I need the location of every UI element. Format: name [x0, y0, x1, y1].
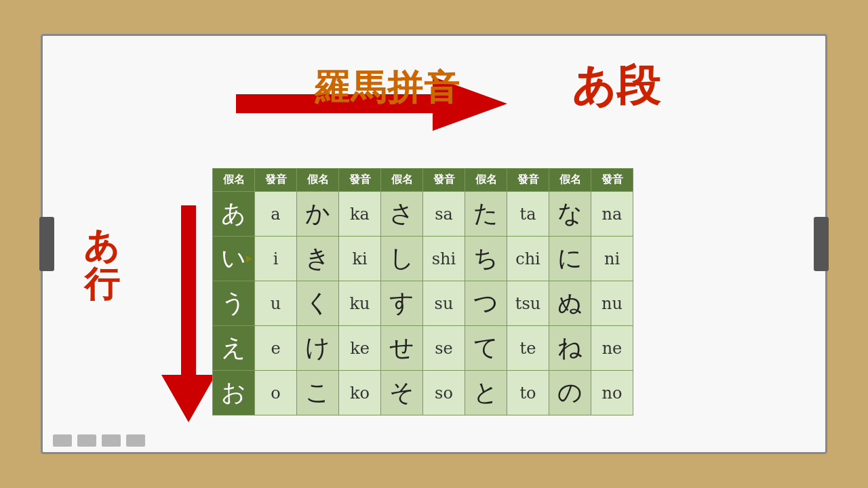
row-3-col-0-kana: け — [297, 326, 339, 371]
row-1-col-3-romaji: ni — [591, 237, 633, 281]
row-1-col-3-kana: に — [549, 237, 591, 281]
row-2-col-3-romaji: nu — [591, 281, 633, 326]
row-1-main-romaji: i — [255, 237, 297, 281]
row-4-col-0-romaji: ko — [339, 371, 381, 415]
row-3-col-1-romaji: se — [423, 326, 465, 371]
row-4-main-kana: お — [213, 371, 255, 415]
right-handle — [814, 217, 829, 271]
row-3-col-1-kana: せ — [381, 326, 423, 371]
row-0-col-2-romaji: ta — [507, 192, 549, 237]
row-1-col-2-romaji: chi — [507, 237, 549, 281]
row-0-col-1-kana: さ — [381, 192, 423, 237]
col-header-romaji-2: 發音 — [423, 169, 465, 192]
row-1-col-1-romaji: shi — [423, 237, 465, 281]
whiteboard: 羅馬拼音 あ段 あ 行 假名 發音 假名 發音 — [41, 34, 827, 454]
row-0-main-romaji: a — [255, 192, 297, 237]
row-0-col-0-romaji: ka — [339, 192, 381, 237]
col-header-romaji-1: 發音 — [339, 169, 381, 192]
row-2-main-romaji: u — [255, 281, 297, 326]
row-0-col-1-romaji: sa — [423, 192, 465, 237]
row-4-col-1-kana: そ — [381, 371, 423, 415]
row-2-col-2-kana: つ — [465, 281, 507, 326]
row-4-main-romaji: o — [255, 371, 297, 415]
row-0-col-2-kana: た — [465, 192, 507, 237]
row-4-col-1-romaji: so — [423, 371, 465, 415]
row-0-col-0-kana: か — [297, 192, 339, 237]
col-header-kana-4: 假名 — [549, 169, 591, 192]
row-4-col-3-kana: の — [549, 371, 591, 415]
title-right: あ段 — [558, 56, 660, 115]
row-0-col-3-kana: な — [549, 192, 591, 237]
row-0-col-3-romaji: na — [591, 192, 633, 237]
col-header-romaji-3: 發音 — [507, 169, 549, 192]
row-2-main-kana: う — [213, 281, 255, 326]
hiragana-table: 假名 發音 假名 發音 假名 發音 假名 發音 假名 發音 あaかkaさsaたt… — [212, 168, 633, 415]
row-3-col-2-romaji: te — [507, 326, 549, 371]
left-row-label: あ 行 — [83, 226, 119, 303]
row-1-col-1-kana: し — [381, 237, 423, 281]
row-2-col-1-romaji: su — [423, 281, 465, 326]
row-4-col-2-romaji: to — [507, 371, 549, 415]
row-2-col-2-romaji: tsu — [507, 281, 549, 326]
row-3-col-0-romaji: ke — [339, 326, 381, 371]
row-1-main-kana: い — [213, 237, 255, 281]
row-0-main-kana: あ — [213, 192, 255, 237]
row-3-col-3-kana: ね — [549, 326, 591, 371]
row-3-main-kana: え — [213, 326, 255, 371]
wood-frame: 羅馬拼音 あ段 あ 行 假名 發音 假名 發音 — [34, 27, 834, 461]
title-chinese: 羅馬拼音 — [314, 64, 460, 112]
col-header-kana-3: 假名 — [465, 169, 507, 192]
row-4-col-3-romaji: no — [591, 371, 633, 415]
row-2-col-0-kana: く — [297, 281, 339, 326]
row-1-col-0-kana: き — [297, 237, 339, 281]
row-1-col-0-romaji: ki — [339, 237, 381, 281]
col-header-kana-1: 假名 — [297, 169, 339, 192]
col-header-romaji-4: 發音 — [591, 169, 633, 192]
watermark — [53, 434, 145, 447]
col-header-kana-2: 假名 — [381, 169, 423, 192]
row-4-col-0-kana: こ — [297, 371, 339, 415]
arrow-down-icon — [161, 205, 216, 422]
row-3-col-2-kana: て — [465, 326, 507, 371]
col-header-kana-0: 假名 — [213, 169, 255, 192]
row-1-col-2-kana: ち — [465, 237, 507, 281]
row-2-col-0-romaji: ku — [339, 281, 381, 326]
row-4-col-2-kana: と — [465, 371, 507, 415]
row-3-col-3-romaji: ne — [591, 326, 633, 371]
col-header-romaji-0: 發音 — [255, 169, 297, 192]
left-handle — [39, 217, 54, 271]
row-2-col-3-kana: ぬ — [549, 281, 591, 326]
row-3-main-romaji: e — [255, 326, 297, 371]
svg-marker-3 — [161, 375, 216, 422]
row-2-col-1-kana: す — [381, 281, 423, 326]
